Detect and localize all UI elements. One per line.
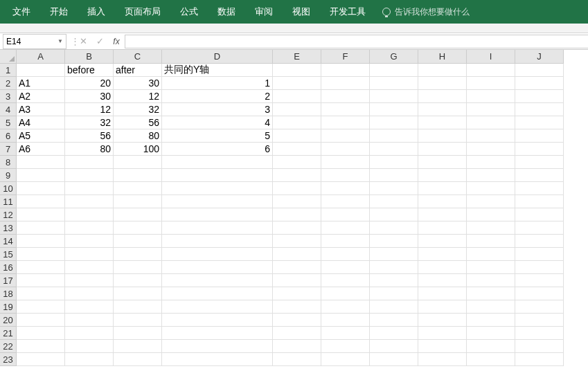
- cell[interactable]: [114, 208, 162, 221]
- row-header[interactable]: 17: [0, 274, 17, 287]
- row-header[interactable]: 3: [0, 90, 17, 103]
- cell[interactable]: [162, 327, 273, 340]
- column-header[interactable]: F: [321, 50, 370, 64]
- cell[interactable]: [162, 235, 273, 248]
- cell[interactable]: [114, 300, 162, 314]
- cell[interactable]: [515, 143, 564, 156]
- cell[interactable]: A5: [17, 129, 65, 143]
- cell[interactable]: [273, 314, 321, 327]
- cell[interactable]: [321, 340, 370, 353]
- cell[interactable]: 6: [162, 143, 273, 156]
- cell[interactable]: [418, 340, 467, 353]
- cell[interactable]: [114, 235, 162, 248]
- cell[interactable]: [65, 314, 114, 327]
- cell[interactable]: [321, 248, 370, 261]
- cell[interactable]: 4: [162, 116, 273, 129]
- cell[interactable]: [114, 287, 162, 300]
- ribbon-tab[interactable]: 审阅: [245, 0, 283, 24]
- cell[interactable]: [418, 64, 467, 77]
- cell[interactable]: [321, 182, 370, 195]
- cell[interactable]: [321, 156, 370, 169]
- row-header[interactable]: 18: [0, 287, 17, 300]
- cell[interactable]: [515, 64, 564, 77]
- cell[interactable]: [467, 261, 515, 274]
- cell[interactable]: [370, 90, 418, 103]
- cell[interactable]: [418, 274, 467, 287]
- cell[interactable]: [17, 169, 65, 182]
- cell[interactable]: [515, 235, 564, 248]
- cell[interactable]: 80: [65, 143, 114, 156]
- cell[interactable]: [467, 221, 515, 235]
- cell[interactable]: [370, 300, 418, 314]
- cell[interactable]: [418, 182, 467, 195]
- cell[interactable]: after: [114, 64, 162, 77]
- cell[interactable]: [515, 261, 564, 274]
- cell[interactable]: [65, 195, 114, 208]
- cell[interactable]: A1: [17, 77, 65, 90]
- cell[interactable]: [17, 353, 65, 366]
- cell[interactable]: [321, 195, 370, 208]
- cell[interactable]: [370, 116, 418, 129]
- formula-input[interactable]: [125, 35, 588, 48]
- cell[interactable]: 20: [65, 77, 114, 90]
- cell[interactable]: [321, 169, 370, 182]
- ribbon-tab[interactable]: 文件: [3, 0, 40, 24]
- cell[interactable]: [162, 340, 273, 353]
- row-header[interactable]: 9: [0, 169, 17, 182]
- cell[interactable]: [17, 208, 65, 221]
- column-header[interactable]: C: [114, 50, 162, 64]
- fx-icon[interactable]: fx: [108, 37, 125, 46]
- cell[interactable]: [370, 287, 418, 300]
- row-header[interactable]: 16: [0, 261, 17, 274]
- cell[interactable]: [273, 182, 321, 195]
- cell[interactable]: [370, 103, 418, 116]
- cell[interactable]: [515, 314, 564, 327]
- cell[interactable]: [321, 64, 370, 77]
- cell[interactable]: [114, 261, 162, 274]
- cell[interactable]: [65, 235, 114, 248]
- cell[interactable]: [370, 195, 418, 208]
- cell[interactable]: [515, 274, 564, 287]
- cell[interactable]: [515, 221, 564, 235]
- cell[interactable]: [515, 248, 564, 261]
- cell[interactable]: [65, 248, 114, 261]
- cell[interactable]: 32: [114, 103, 162, 116]
- cell[interactable]: [321, 129, 370, 143]
- cell[interactable]: [321, 314, 370, 327]
- cell[interactable]: [515, 103, 564, 116]
- cell[interactable]: [273, 90, 321, 103]
- ribbon-tab[interactable]: 开发工具: [320, 0, 375, 24]
- cell[interactable]: 56: [114, 116, 162, 129]
- row-header[interactable]: 23: [0, 353, 17, 366]
- cell[interactable]: [114, 353, 162, 366]
- cell[interactable]: [370, 169, 418, 182]
- row-header[interactable]: 22: [0, 340, 17, 353]
- cell[interactable]: [273, 195, 321, 208]
- cell[interactable]: [370, 156, 418, 169]
- cell[interactable]: [17, 64, 65, 77]
- cell[interactable]: [65, 340, 114, 353]
- cell[interactable]: [418, 248, 467, 261]
- cell[interactable]: 12: [65, 103, 114, 116]
- ribbon-tab[interactable]: 插入: [78, 0, 115, 24]
- cell[interactable]: [65, 261, 114, 274]
- cell[interactable]: [273, 169, 321, 182]
- cell[interactable]: [162, 274, 273, 287]
- cell[interactable]: [114, 169, 162, 182]
- cell[interactable]: [467, 300, 515, 314]
- cell[interactable]: [321, 77, 370, 90]
- cell[interactable]: [370, 182, 418, 195]
- cell[interactable]: [162, 287, 273, 300]
- cell[interactable]: [17, 314, 65, 327]
- cell[interactable]: [370, 274, 418, 287]
- column-header[interactable]: G: [370, 50, 418, 64]
- tell-me[interactable]: 告诉我你想要做什么: [375, 6, 476, 18]
- cell[interactable]: [114, 248, 162, 261]
- cell[interactable]: [162, 182, 273, 195]
- cell[interactable]: [273, 235, 321, 248]
- name-box[interactable]: E14 ▼: [3, 34, 66, 49]
- cell[interactable]: [273, 116, 321, 129]
- cell[interactable]: 5: [162, 129, 273, 143]
- cell[interactable]: [162, 248, 273, 261]
- cell[interactable]: 30: [65, 90, 114, 103]
